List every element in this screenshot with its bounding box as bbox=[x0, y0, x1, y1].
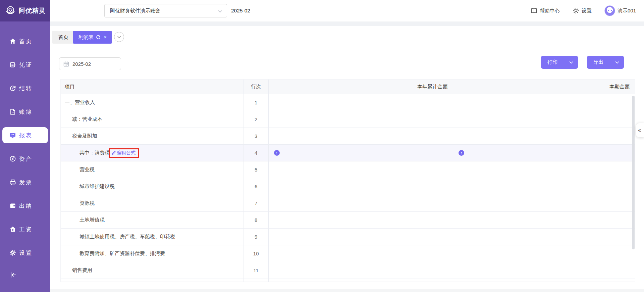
tab-profit-statement[interactable]: 利润表 × bbox=[73, 31, 112, 44]
sidebar-item-carryover[interactable]: 结转 bbox=[0, 77, 50, 100]
row-ytd-amount-cell[interactable] bbox=[269, 195, 453, 212]
row-ytd-amount-cell[interactable] bbox=[269, 279, 453, 282]
print-button[interactable]: 打印 bbox=[541, 56, 564, 69]
sidebar-item-voucher[interactable]: 凭证 bbox=[0, 53, 50, 77]
table-row[interactable]: 营业税 5 bbox=[61, 161, 635, 178]
row-period-amount-cell[interactable] bbox=[453, 229, 635, 245]
refresh-icon[interactable] bbox=[96, 35, 101, 40]
tab-home[interactable]: 首页 bbox=[52, 31, 74, 44]
table-row-partial[interactable] bbox=[61, 279, 635, 282]
row-period-amount-cell[interactable] bbox=[453, 161, 635, 178]
row-period-amount-cell[interactable] bbox=[453, 128, 635, 145]
sidebar-item-invoice[interactable]: 发票 bbox=[0, 171, 50, 194]
account-book-select[interactable]: 阿优财务软件演示账套 bbox=[104, 4, 227, 17]
row-line-number: 1 bbox=[244, 94, 269, 111]
sidebar-item-label: 资产 bbox=[19, 155, 33, 163]
row-period-amount-cell[interactable] bbox=[453, 212, 635, 229]
settings-icon bbox=[9, 249, 16, 256]
table-row[interactable]: 城镇土地使用税、房产税、车船税、印花税 9 bbox=[61, 229, 635, 245]
table-row[interactable]: 税金及附加 3 bbox=[61, 128, 635, 145]
settings-link[interactable]: 设置 bbox=[573, 7, 592, 14]
row-ytd-amount-cell[interactable] bbox=[269, 161, 453, 178]
warning-info-icon[interactable]: ! bbox=[459, 150, 464, 156]
row-line-number: 3 bbox=[244, 128, 269, 145]
sidebar-item-label: 出纳 bbox=[19, 202, 33, 210]
table-vertical-scrollbar[interactable] bbox=[632, 96, 635, 249]
table-row[interactable]: 减：营业成本 2 bbox=[61, 111, 635, 128]
column-header-line: 行次 bbox=[244, 80, 269, 94]
row-ytd-amount-cell[interactable]: ! bbox=[269, 145, 453, 161]
sidebar-collapse-button[interactable] bbox=[0, 266, 50, 283]
carryover-icon bbox=[9, 85, 16, 92]
profit-statement-table: 项目 行次 本年累计金额 本期金额 一、营业收入 1 减：营业成本 2 税金及附… bbox=[60, 79, 635, 282]
row-ytd-amount-cell[interactable] bbox=[269, 212, 453, 229]
row-line-number: 10 bbox=[244, 245, 269, 262]
home-icon bbox=[9, 38, 16, 45]
sidebar-item-salary[interactable]: 工资 bbox=[0, 217, 50, 241]
row-period-amount-cell[interactable]: ! bbox=[453, 145, 635, 161]
help-center-link[interactable]: 帮助中心 bbox=[531, 7, 560, 14]
table-row[interactable]: 一、营业收入 1 bbox=[61, 94, 635, 111]
edit-formula-link[interactable]: 编辑公式 bbox=[111, 150, 136, 156]
sidebar-item-assets[interactable]: 资产 bbox=[0, 147, 50, 171]
row-period-amount-cell[interactable] bbox=[453, 245, 635, 262]
sidebar-item-label: 凭证 bbox=[19, 61, 33, 69]
invoice-icon bbox=[9, 179, 16, 186]
collapse-left-icon bbox=[9, 271, 17, 279]
row-period-amount-cell[interactable] bbox=[453, 279, 635, 282]
tab-profit-label: 利润表 bbox=[78, 34, 94, 41]
row-ytd-amount-cell[interactable] bbox=[269, 111, 453, 128]
report-content: 2025-02 打印 导出 项目 行次 本年累计金额 本期金额 一、营业收入 1… bbox=[50, 48, 644, 292]
warning-info-icon[interactable]: ! bbox=[274, 150, 280, 156]
row-ytd-amount-cell[interactable] bbox=[269, 229, 453, 245]
row-period-amount-cell[interactable] bbox=[453, 262, 635, 279]
row-item-label: 城镇土地使用税、房产税、车船税、印花税 bbox=[79, 234, 175, 240]
table-row[interactable]: 城市维护建设税 6 bbox=[61, 178, 635, 195]
user-menu[interactable]: 演示001 bbox=[604, 5, 636, 16]
row-ytd-amount-cell[interactable] bbox=[269, 262, 453, 279]
table-row[interactable]: 教育费附加、矿产资源补偿费、排污费 10 bbox=[61, 245, 635, 262]
row-ytd-amount-cell[interactable] bbox=[269, 128, 453, 145]
chevron-down-icon bbox=[615, 61, 619, 64]
row-period-amount-cell[interactable] bbox=[453, 111, 635, 128]
column-header-period-amount: 本期金额 bbox=[453, 80, 635, 94]
row-item-label: 其中：消费税 bbox=[79, 150, 110, 156]
row-ytd-amount-cell[interactable] bbox=[269, 94, 453, 111]
table-row[interactable]: 其中：消费税编辑公式 4 ! ! bbox=[61, 145, 635, 161]
row-period-amount-cell[interactable] bbox=[453, 195, 635, 212]
row-ytd-amount-cell[interactable] bbox=[269, 178, 453, 195]
sidebar-item-books[interactable]: 账簿 bbox=[0, 100, 50, 124]
chevron-down-icon bbox=[117, 36, 121, 39]
books-icon bbox=[9, 108, 16, 115]
table-row[interactable]: 销售费用 11 bbox=[61, 262, 635, 279]
right-panel-collapse-handle[interactable]: « bbox=[636, 123, 644, 137]
sidebar-item-cashier[interactable]: 出纳 bbox=[0, 194, 50, 217]
double-chevron-left-icon: « bbox=[638, 127, 641, 134]
tab-bar: 首页 利润表 × bbox=[50, 26, 644, 48]
export-dropdown-button[interactable] bbox=[610, 56, 624, 69]
export-button[interactable]: 导出 bbox=[587, 56, 610, 69]
print-dropdown-button[interactable] bbox=[564, 56, 578, 69]
sidebar-item-home[interactable]: 首页 bbox=[0, 30, 50, 53]
sidebar-item-settings[interactable]: 设置 bbox=[0, 241, 50, 264]
sidebar-menu: 首页 凭证 结转 账簿 报表 资产 发票 bbox=[0, 30, 50, 264]
row-period-amount-cell[interactable] bbox=[453, 94, 635, 111]
tab-list-dropdown[interactable] bbox=[114, 32, 124, 42]
account-book-value: 阿优财务软件演示账套 bbox=[110, 8, 160, 14]
row-ytd-amount-cell[interactable] bbox=[269, 245, 453, 262]
table-row[interactable]: 土地增值税 8 bbox=[61, 212, 635, 229]
close-icon[interactable]: × bbox=[103, 35, 108, 40]
export-button-group: 导出 bbox=[587, 56, 624, 69]
header-divider-strip bbox=[50, 21, 644, 26]
sidebar-item-label: 结转 bbox=[19, 85, 33, 92]
period-date-picker[interactable]: 2025-02 bbox=[59, 57, 121, 70]
tab-home-label: 首页 bbox=[58, 34, 68, 41]
book-icon bbox=[531, 7, 537, 14]
chevron-down-icon bbox=[218, 8, 222, 14]
table-row[interactable]: 资源税 7 bbox=[61, 195, 635, 212]
row-period-amount-cell[interactable] bbox=[453, 178, 635, 195]
salary-icon bbox=[9, 226, 16, 233]
column-header-item: 项目 bbox=[61, 80, 244, 94]
row-item-label: 资源税 bbox=[79, 200, 95, 206]
sidebar-item-reports[interactable]: 报表 bbox=[0, 124, 50, 147]
